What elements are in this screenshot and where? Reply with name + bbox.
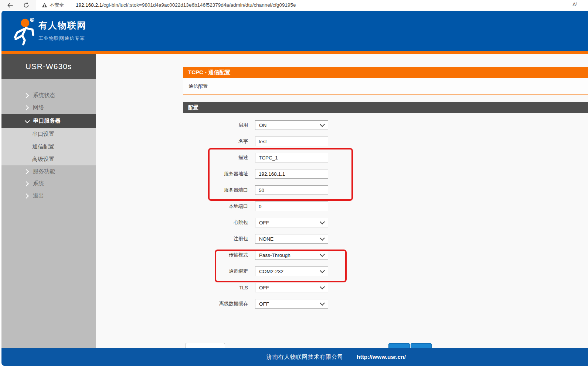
sidebar-item-system[interactable]: 系统: [1, 178, 96, 190]
form-row-server-address: 服务器地址: [96, 169, 362, 179]
section-title: 配置: [183, 102, 588, 113]
main-content: TCPC - 通信配置 通信配置 配置 启用ON名字描述服务器地址服务器端口本地…: [96, 54, 588, 348]
field-label-enable: 启用: [96, 122, 248, 128]
brand-block: 有人物联网 工业物联网通信专家: [38, 20, 86, 42]
sidebar-subitem-serial-settings[interactable]: 串口设置: [1, 128, 96, 140]
sidebar-item-label: 串口服务器: [33, 117, 61, 124]
back-icon[interactable]: [6, 1, 14, 10]
url-text[interactable]: 192.168.2.1/cgi-bin/luci/;stok=9801d4a9a…: [76, 2, 296, 8]
omnibox-divider: [71, 2, 71, 8]
app-footer: 济南有人物联网技术有限公司 http://www.usr.cn/: [1, 348, 588, 366]
apply-button-partial[interactable]: [411, 343, 432, 348]
offline-data-cache-select[interactable]: OFF: [255, 299, 328, 309]
field-label-server-port: 服务器端口: [96, 187, 248, 193]
enable-selected-value: ON: [259, 123, 266, 128]
footer-website-link[interactable]: http://www.usr.cn/: [357, 354, 406, 360]
form-row-register-packet: 注册包NONE: [96, 234, 362, 244]
security-label: 不安全: [50, 2, 64, 8]
sidebar: USR-W630s 系统状态网络串口服务器串口设置通信配置高级设置服务功能系统退…: [1, 54, 96, 348]
chevron-right-icon: [24, 169, 29, 174]
usr-logo-icon: [11, 17, 37, 45]
chevron-right-icon: [24, 181, 29, 186]
offline-data-cache-selected-value: OFF: [259, 301, 269, 307]
partial-control-bottom[interactable]: [185, 343, 225, 348]
sidebar-subitem-comm-config[interactable]: 通信配置: [1, 140, 96, 153]
panel-title: TCPC - 通信配置: [183, 67, 588, 78]
form-row-local-port: 本地端口: [96, 202, 362, 211]
enable-select[interactable]: ON: [255, 120, 328, 130]
register-packet-select[interactable]: NONE: [255, 234, 328, 244]
server-port-input[interactable]: [255, 185, 328, 195]
device-model-title: USR-W630s: [1, 54, 96, 79]
field-label-name: 名字: [96, 138, 248, 145]
sidebar-item-logout[interactable]: 退出: [1, 190, 96, 202]
field-label-register-packet: 注册包: [96, 235, 248, 242]
chevron-down-icon: [320, 219, 325, 224]
url-path: /cgi-bin/luci/;stok=9801d4a9ac0022d13e6b…: [102, 2, 296, 8]
warning-triangle-icon: [42, 3, 47, 8]
chevron-right-icon: [24, 193, 29, 198]
heartbeat-packet-selected-value: OFF: [259, 220, 269, 226]
sidebar-item-label: 系统状态: [33, 92, 55, 99]
tls-selected-value: OFF: [259, 285, 269, 290]
form-row-enable: 启用ON: [96, 120, 362, 130]
refresh-icon[interactable]: [22, 1, 31, 10]
channel-binding-select[interactable]: COM2-232: [255, 266, 328, 276]
chevron-down-icon: [320, 284, 325, 289]
sidebar-item-network[interactable]: 网络: [1, 102, 96, 114]
chevron-down-icon: [25, 118, 30, 123]
tls-select[interactable]: OFF: [255, 283, 328, 292]
field-label-local-port: 本地端口: [96, 203, 248, 210]
register-packet-selected-value: NONE: [259, 236, 273, 242]
form-row-tls: TLSOFF: [96, 283, 362, 292]
server-address-input[interactable]: [255, 169, 328, 179]
sidebar-subitem-label: 高级设置: [32, 156, 54, 163]
transport-mode-selected-value: Pass-Through: [259, 252, 290, 258]
sidebar-menu: 系统状态网络串口服务器串口设置通信配置高级设置服务功能系统退出: [1, 79, 96, 202]
screen: 不安全 192.168.2.1/cgi-bin/luci/;stok=9801d…: [0, 0, 588, 368]
sidebar-item-label: 网络: [33, 104, 44, 111]
save-button-partial[interactable]: [388, 343, 410, 348]
device-admin-page: 有人物联网 工业物联网通信专家 USR-W630s 系统状态网络串口服务器串口设…: [1, 11, 588, 366]
footer-inner: 济南有人物联网技术有限公司 http://www.usr.cn/: [266, 354, 406, 361]
browser-address-bar: 不安全 192.168.2.1/cgi-bin/luci/;stok=9801d…: [0, 0, 588, 10]
transport-mode-select[interactable]: Pass-Through: [255, 250, 328, 260]
sidebar-item-label: 退出: [33, 192, 44, 199]
form-row-description: 描述: [96, 153, 362, 162]
tab-comm-config[interactable]: 通信配置: [183, 78, 588, 95]
sidebar-item-serial-server[interactable]: 串口服务器: [1, 114, 96, 128]
app-header: 有人物联网 工业物联网通信专家: [1, 11, 588, 51]
name-input[interactable]: [255, 137, 328, 146]
form-row-channel-binding: 通道绑定COM2-232: [96, 266, 362, 276]
brand-title: 有人物联网: [38, 20, 86, 31]
field-label-server-address: 服务器地址: [96, 171, 248, 177]
local-port-input[interactable]: [255, 202, 328, 211]
chevron-right-icon: [24, 105, 29, 110]
channel-binding-selected-value: COM2-232: [259, 269, 283, 274]
form-row-heartbeat-packet: 心跳包OFF: [96, 218, 362, 227]
tcpc-panel: TCPC - 通信配置 通信配置: [183, 67, 588, 95]
read-aloud-icon[interactable]: A): [572, 1, 577, 7]
field-label-transport-mode: 传输模式: [96, 252, 248, 258]
chevron-right-icon: [24, 93, 29, 98]
chevron-down-icon: [320, 300, 325, 306]
field-label-tls: TLS: [96, 285, 248, 290]
app-body: USR-W630s 系统状态网络串口服务器串口设置通信配置高级设置服务功能系统退…: [1, 54, 588, 348]
field-label-heartbeat-packet: 心跳包: [96, 219, 248, 226]
chevron-down-icon: [320, 122, 325, 127]
form-row-server-port: 服务器端口: [96, 185, 362, 195]
chevron-down-icon: [320, 268, 325, 273]
heartbeat-packet-select[interactable]: OFF: [255, 218, 328, 227]
site-security-indicator[interactable]: 不安全: [42, 2, 64, 8]
chevron-down-icon: [320, 252, 325, 257]
config-form: 启用ON名字描述服务器地址服务器端口本地端口心跳包OFF注册包NONE传输模式P…: [96, 120, 362, 315]
sidebar-item-label: 服务功能: [33, 168, 55, 175]
sidebar-item-services[interactable]: 服务功能: [1, 165, 96, 178]
description-input[interactable]: [255, 153, 328, 162]
field-label-offline-data-cache: 离线数据缓存: [96, 300, 248, 307]
sidebar-subitem-label: 通信配置: [32, 143, 54, 150]
sidebar-item-system-status[interactable]: 系统状态: [1, 89, 96, 102]
sidebar-subitem-advanced-settings[interactable]: 高级设置: [1, 153, 96, 165]
accent-stripe: [1, 51, 588, 54]
field-label-channel-binding: 通道绑定: [96, 268, 248, 275]
